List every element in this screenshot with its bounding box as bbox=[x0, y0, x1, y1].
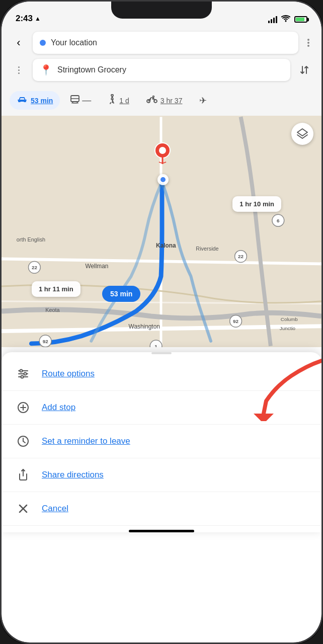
tab-bike[interactable]: 3 hr 37 bbox=[139, 91, 190, 110]
destination-pin bbox=[154, 142, 171, 164]
svg-text:Kalona: Kalona bbox=[156, 242, 176, 249]
tab-flight[interactable]: ✈ bbox=[192, 91, 214, 110]
battery-fill bbox=[296, 18, 304, 21]
svg-text:orth English: orth English bbox=[17, 236, 45, 243]
destination-pin-icon: 📍 bbox=[40, 64, 52, 76]
svg-text:92: 92 bbox=[43, 339, 49, 344]
svg-point-2 bbox=[24, 101, 25, 102]
more-options-button[interactable] bbox=[303, 37, 313, 49]
destination-label: Stringtown Grocery bbox=[57, 65, 126, 74]
transit-icon bbox=[70, 95, 80, 106]
svg-text:Junctio: Junctio bbox=[280, 326, 296, 331]
drive-tab-label: 53 min bbox=[31, 97, 53, 105]
home-indicator bbox=[129, 530, 194, 532]
share-label: Share directions bbox=[42, 470, 104, 480]
alt-route-1-label: 1 hr 10 min bbox=[232, 196, 281, 212]
signal-bar-3 bbox=[273, 18, 275, 23]
signal-bar-2 bbox=[271, 19, 272, 23]
route-options-label: Route options bbox=[42, 369, 95, 379]
signal-bar-4 bbox=[276, 16, 277, 23]
status-time: 2:43 ▲ bbox=[16, 14, 41, 24]
primary-route-label: 53 min bbox=[102, 286, 140, 302]
tab-drive[interactable]: 53 min bbox=[10, 91, 60, 110]
svg-point-1 bbox=[19, 101, 21, 102]
destination-row: 📍 Stringtown Grocery bbox=[10, 59, 313, 81]
car-icon bbox=[17, 95, 28, 106]
more-dots-icon bbox=[307, 39, 309, 47]
origin-row: ‹ Your location bbox=[10, 32, 313, 54]
svg-point-7 bbox=[152, 96, 154, 98]
phone-screen: 2:43 ▲ bbox=[2, 2, 321, 642]
connector-dots bbox=[10, 66, 28, 74]
status-icons bbox=[268, 15, 307, 24]
wifi-icon bbox=[281, 15, 290, 24]
origin-field[interactable]: Your location bbox=[33, 32, 298, 54]
clock: 2:43 bbox=[16, 14, 33, 24]
svg-point-43 bbox=[24, 373, 27, 375]
back-button[interactable]: ‹ bbox=[10, 34, 28, 52]
add-stop-item[interactable]: Add stop bbox=[2, 391, 321, 425]
current-location-dot-icon bbox=[40, 40, 46, 46]
phone-frame: 2:43 ▲ bbox=[0, 0, 323, 644]
svg-point-44 bbox=[21, 376, 24, 378]
alt-route-2-label: 1 hr 11 min bbox=[32, 281, 80, 297]
origin-label: Your location bbox=[51, 38, 97, 47]
svg-point-38 bbox=[159, 147, 166, 154]
plus-circle-icon bbox=[16, 400, 31, 415]
transport-tabs: 53 min — bbox=[2, 86, 321, 116]
svg-line-51 bbox=[23, 441, 25, 443]
share-icon bbox=[16, 467, 31, 482]
map-area[interactable]: 22 22 6 1 92 92 78 bbox=[2, 116, 321, 347]
cancel-item[interactable]: Cancel bbox=[2, 492, 321, 526]
destination-field[interactable]: 📍 Stringtown Grocery bbox=[33, 59, 290, 81]
x-icon bbox=[16, 501, 31, 516]
signal-bar-1 bbox=[268, 21, 270, 23]
tab-transit[interactable]: — bbox=[63, 91, 98, 110]
svg-point-42 bbox=[20, 370, 23, 372]
svg-text:22: 22 bbox=[32, 265, 38, 270]
flight-icon: ✈ bbox=[199, 95, 207, 106]
walk-tab-label: 1 d bbox=[119, 97, 129, 105]
reminder-item[interactable]: Set a reminder to leave bbox=[2, 425, 321, 458]
bike-tab-label: 3 hr 37 bbox=[160, 97, 183, 105]
svg-text:Keota: Keota bbox=[45, 307, 60, 313]
svg-point-0 bbox=[285, 21, 287, 22]
current-location-marker bbox=[157, 174, 169, 185]
notch bbox=[111, 2, 212, 19]
battery-icon bbox=[294, 16, 307, 23]
svg-marker-48 bbox=[254, 414, 274, 421]
add-stop-label: Add stop bbox=[42, 403, 75, 413]
swap-button[interactable] bbox=[295, 61, 313, 79]
svg-text:Washington: Washington bbox=[129, 323, 160, 330]
walk-icon bbox=[108, 94, 116, 107]
route-options-item[interactable]: Route options bbox=[2, 357, 321, 391]
signal-bars bbox=[268, 16, 277, 23]
svg-text:92: 92 bbox=[233, 318, 239, 324]
svg-text:1: 1 bbox=[154, 344, 157, 347]
sliders-icon bbox=[16, 366, 31, 381]
location-arrow-icon: ▲ bbox=[35, 15, 41, 22]
back-arrow-icon: ‹ bbox=[17, 36, 20, 49]
menu-handle bbox=[151, 352, 172, 354]
bike-icon bbox=[146, 95, 157, 106]
header-area: ‹ Your location bbox=[2, 27, 321, 86]
cancel-label: Cancel bbox=[42, 504, 68, 514]
svg-text:Riverside: Riverside bbox=[196, 246, 218, 252]
layers-button[interactable] bbox=[291, 123, 313, 145]
svg-point-4 bbox=[111, 95, 113, 97]
transit-dash: — bbox=[82, 95, 91, 106]
share-item[interactable]: Share directions bbox=[2, 458, 321, 492]
svg-text:6: 6 bbox=[277, 218, 280, 223]
clock-icon bbox=[16, 434, 31, 449]
svg-text:22: 22 bbox=[238, 254, 244, 259]
svg-text:Columb: Columb bbox=[281, 316, 298, 322]
bottom-menu: Route options Add stop bbox=[2, 352, 321, 532]
reminder-label: Set a reminder to leave bbox=[42, 436, 130, 446]
tab-walk[interactable]: 1 d bbox=[101, 90, 136, 111]
svg-text:Wellman: Wellman bbox=[85, 263, 108, 270]
